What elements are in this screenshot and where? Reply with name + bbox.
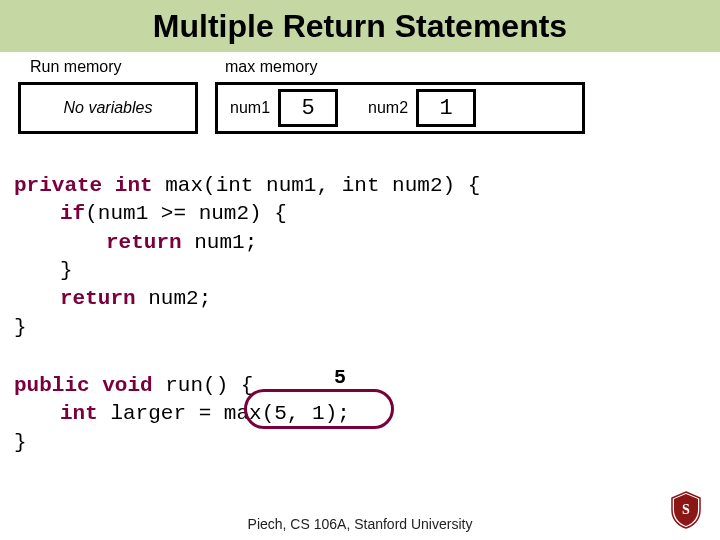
run-memory-box: No variables <box>18 82 198 134</box>
code-area: private int max(int num1, int num2) { if… <box>0 172 720 457</box>
var-num2-value: 1 <box>416 89 476 127</box>
code-line-9: } <box>14 429 720 457</box>
var-num1-value: 5 <box>278 89 338 127</box>
kw-private: private <box>14 174 102 197</box>
sig1-rest: max(int num1, int num2) { <box>153 174 481 197</box>
if-cond: (num1 >= num2) { <box>85 202 287 225</box>
slide-title: Multiple Return Statements <box>153 8 567 45</box>
kw-int-1: int <box>115 174 153 197</box>
code-line-6: } <box>14 314 720 342</box>
code-line-3: return num1; <box>14 229 720 257</box>
kw-if: if <box>60 202 85 225</box>
sig2-rest: run() { <box>153 374 254 397</box>
code-line-4: } <box>14 257 720 285</box>
var-num1: num1 5 <box>230 89 338 127</box>
ret2: num2; <box>136 287 212 310</box>
kw-public: public <box>14 374 90 397</box>
code-line-2: if(num1 >= num2) { <box>14 200 720 228</box>
code-block-2: 5 public void run() { int larger = max(5… <box>14 372 720 457</box>
kw-int-2: int <box>60 402 98 425</box>
kw-return-1: return <box>106 231 182 254</box>
max-memory-label: max memory <box>225 58 317 76</box>
var-num1-name: num1 <box>230 99 270 117</box>
stanford-logo-icon: S <box>666 490 706 530</box>
call-highlight-circle <box>244 389 394 429</box>
var-num2: num2 1 <box>368 89 476 127</box>
svg-text:S: S <box>682 502 690 517</box>
ret1: num1; <box>182 231 258 254</box>
memory-area: Run memory max memory No variables num1 … <box>0 52 720 172</box>
no-variables-text: No variables <box>64 99 153 117</box>
run-memory-label: Run memory <box>30 58 122 76</box>
kw-void: void <box>102 374 152 397</box>
kw-return-2: return <box>60 287 136 310</box>
callout-value: 5 <box>334 364 346 391</box>
max-memory-box: num1 5 num2 1 <box>215 82 585 134</box>
footer-text: Piech, CS 106A, Stanford University <box>0 516 720 532</box>
title-band: Multiple Return Statements <box>0 0 720 52</box>
code-line-1: private int max(int num1, int num2) { <box>14 172 720 200</box>
code-line-5: return num2; <box>14 285 720 313</box>
var-num2-name: num2 <box>368 99 408 117</box>
